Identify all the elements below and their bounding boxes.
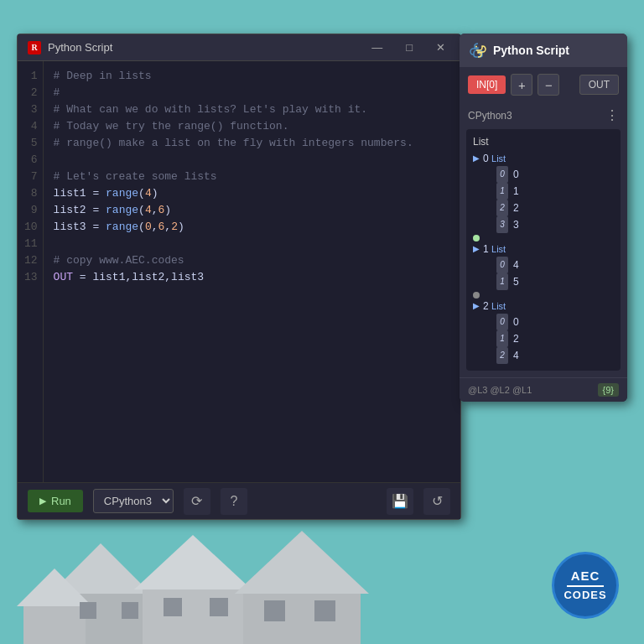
- maximize-button[interactable]: □: [401, 39, 418, 55]
- aec-top-text: AEC: [571, 568, 600, 584]
- aec-watermark: AEC CODES: [552, 552, 619, 619]
- panel-options-button[interactable]: ⋮: [605, 107, 619, 124]
- window-controls: — □ ✕: [366, 39, 450, 55]
- svg-point-15: [479, 54, 480, 55]
- svg-rect-10: [164, 598, 182, 616]
- code-editor-window: R Python Script — □ ✕ 12345 678910 11121…: [17, 34, 461, 520]
- tree-child-2-0: 00: [473, 314, 614, 330]
- dot-row-1: [473, 235, 614, 242]
- panel-engine-row: CPython3 ⋮: [460, 102, 627, 129]
- dot-row-2: [473, 292, 614, 299]
- svg-rect-5: [243, 594, 361, 644]
- svg-marker-4: [235, 531, 369, 594]
- footer-label: @L3 @L2 @L1: [468, 385, 532, 395]
- svg-rect-3: [143, 589, 243, 644]
- tree-child-2-1: 12: [473, 330, 614, 347]
- aec-bottom-text: CODES: [564, 589, 606, 603]
- svg-marker-2: [134, 535, 252, 589]
- dot-2: [473, 292, 480, 299]
- panel-io-bar: IN[0] + − OUT: [460, 67, 627, 102]
- minus-button[interactable]: −: [538, 74, 559, 96]
- svg-rect-13: [314, 600, 335, 621]
- aec-divider: [567, 585, 604, 587]
- tree-child-1-1: 15: [473, 273, 614, 290]
- panel-header: Python Script: [460, 34, 627, 67]
- tree-child-0-0: 00: [473, 166, 614, 183]
- svg-rect-7: [23, 606, 86, 644]
- svg-rect-9: [122, 602, 138, 619]
- close-button[interactable]: ✕: [431, 39, 450, 55]
- out-button[interactable]: OUT: [579, 75, 619, 95]
- plus-button[interactable]: +: [511, 74, 532, 96]
- tree-item-1[interactable]: ▶ 1 List: [473, 242, 614, 257]
- code-content[interactable]: # Deep in lists # # What can we do with …: [44, 61, 460, 482]
- footer-count: {9}: [598, 383, 619, 397]
- output-panel: Python Script IN[0] + − OUT CPython3 ⋮ L…: [460, 34, 627, 402]
- svg-point-14: [475, 46, 477, 48]
- tree-item-0[interactable]: ▶ 0 List: [473, 151, 614, 166]
- tree-child-1-0: 04: [473, 257, 614, 273]
- output-data: List ▶ 0 List 00 11 22 33 ▶ 1 List 04: [466, 129, 621, 371]
- svg-rect-12: [264, 600, 285, 621]
- engine-select[interactable]: CPython3: [93, 489, 174, 513]
- save-button[interactable]: 💾: [387, 488, 413, 515]
- reload-button[interactable]: ↺: [423, 488, 450, 515]
- help-button[interactable]: ?: [221, 488, 247, 515]
- svg-rect-11: [210, 598, 228, 616]
- tree-child-0-1: 11: [473, 183, 614, 200]
- active-dot-1: [473, 235, 480, 242]
- run-button[interactable]: Run: [28, 490, 83, 512]
- line-numbers: 12345 678910 111213: [18, 61, 44, 482]
- window-title: Python Script: [48, 41, 366, 54]
- panel-footer: @L3 @L2 @L1 {9}: [460, 377, 627, 402]
- tree-child-2-2: 24: [473, 347, 614, 364]
- panel-engine-label: CPython3: [468, 110, 512, 122]
- code-editor-area: 12345 678910 111213 # Deep in lists # # …: [18, 61, 460, 482]
- tree-child-0-3: 33: [473, 216, 614, 233]
- tree-child-0-2: 22: [473, 200, 614, 216]
- minimize-button[interactable]: —: [366, 39, 387, 55]
- in-button[interactable]: IN[0]: [468, 75, 506, 94]
- tree-item-2[interactable]: ▶ 2 List: [473, 299, 614, 314]
- window-toolbar: Run CPython3 ⟳ ? 💾 ↺: [18, 482, 460, 519]
- python-logo-icon: [470, 42, 486, 59]
- app-icon: R: [28, 41, 41, 55]
- svg-rect-8: [80, 602, 96, 619]
- history-button[interactable]: ⟳: [184, 488, 210, 515]
- panel-title: Python Script: [493, 44, 569, 57]
- output-list-header: List: [473, 136, 614, 148]
- window-titlebar: R Python Script — □ ✕: [18, 34, 460, 61]
